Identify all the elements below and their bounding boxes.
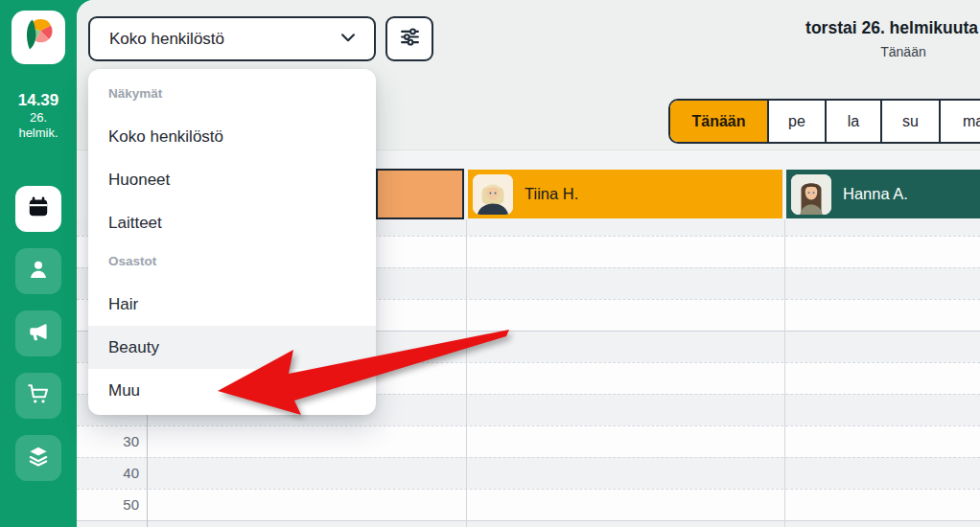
app-logo[interactable]: [12, 11, 65, 64]
menu-item-beauty[interactable]: Beauty: [88, 326, 376, 369]
staff-name: Hanna A.: [843, 185, 908, 203]
person-icon: [26, 257, 51, 286]
row-stripe: [77, 520, 980, 527]
sidebar-item-shop[interactable]: [15, 373, 61, 419]
gridline-hour: [77, 520, 980, 521]
tab-saturday[interactable]: la: [825, 101, 880, 142]
chevron-down-icon: [338, 27, 359, 52]
time-label: 50: [77, 489, 139, 520]
cart-icon: [26, 381, 51, 410]
filter-button[interactable]: [385, 16, 433, 61]
calendar-icon: [26, 195, 51, 223]
tab-sunday[interactable]: su: [880, 101, 939, 142]
row-stripe: [77, 457, 980, 489]
menu-item-huoneet[interactable]: Huoneet: [88, 158, 376, 201]
sidebar-clock: 14.39 26. helmik.: [0, 91, 77, 141]
time-label: 30: [77, 425, 139, 457]
tab-monday[interactable]: ma: [939, 101, 980, 142]
gridline-10min: [77, 489, 980, 490]
date-subtitle: Tänään: [827, 44, 980, 59]
clock-date-line2: helmik.: [0, 126, 77, 141]
view-selector-value: Koko henkilöstö: [109, 30, 224, 49]
clock-time: 14.39: [0, 91, 77, 110]
staff-column-header-partial[interactable]: [376, 169, 464, 219]
date-heading: torstai 26. helmikuuta: [805, 18, 978, 38]
sidebar-item-services[interactable]: [15, 435, 61, 481]
staff-name: Tiina H.: [525, 185, 578, 203]
clock-date-line1: 26.: [0, 110, 77, 126]
layers-icon: [26, 444, 51, 472]
avatar: [791, 174, 831, 215]
sidebar-item-calendar[interactable]: [15, 186, 61, 232]
view-selector-dropdown[interactable]: Koko henkilöstö: [88, 16, 376, 61]
sidebar-item-marketing[interactable]: [15, 310, 61, 356]
menu-section-views: Näkymät: [88, 82, 376, 105]
staff-column-header-tiina[interactable]: Tiina H.: [468, 170, 782, 218]
tab-today[interactable]: Tänään: [670, 101, 767, 142]
logo-icon: [17, 14, 59, 60]
staff-column-header-hanna[interactable]: Hanna A.: [786, 170, 980, 218]
time-label: 40: [77, 457, 139, 489]
menu-item-hair[interactable]: Hair: [88, 283, 376, 326]
megaphone-icon: [26, 319, 51, 348]
view-selector-menu: Näkymät Koko henkilöstö Huoneet Laitteet…: [88, 69, 376, 415]
menu-item-laitteet[interactable]: Laitteet: [88, 201, 376, 244]
sidebar: 14.39 26. helmik.: [0, 0, 77, 527]
menu-section-departments: Osastot: [88, 250, 376, 273]
sliders-icon: [397, 24, 423, 54]
column-divider: [784, 219, 785, 527]
menu-item-muu[interactable]: Muu: [88, 369, 376, 412]
sidebar-item-customers[interactable]: [15, 248, 61, 294]
tab-friday[interactable]: pe: [767, 101, 825, 142]
gridline-10min: [77, 425, 980, 426]
column-divider: [466, 219, 467, 527]
menu-item-koko-henkilosto[interactable]: Koko henkilöstö: [88, 115, 376, 158]
avatar: [473, 174, 513, 215]
day-tabs: Tänään pe la su ma: [668, 99, 980, 144]
gridline-10min: [77, 457, 980, 458]
